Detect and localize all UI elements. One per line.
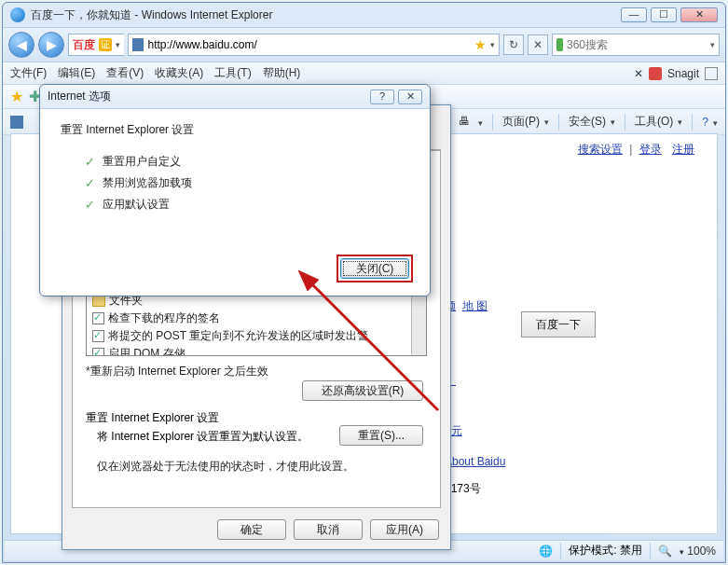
close-toolbar-icon[interactable]: ✕ xyxy=(634,67,643,80)
check-icon: ✓ xyxy=(85,176,95,190)
snagit-extra-icon[interactable] xyxy=(705,67,718,80)
reset-ie-dialog: Internet 选项 ? ✕ 重置 Internet Explorer 设置 … xyxy=(39,84,431,296)
link-map[interactable]: 地 图 xyxy=(462,299,488,312)
opt-post: 将提交的 POST 重定向到不允许发送的区域时发出警 xyxy=(108,328,368,344)
refresh-button[interactable]: ↻ xyxy=(503,34,524,55)
forward-button[interactable]: ▶ xyxy=(38,32,64,58)
reset-hint: 仅在浏览器处于无法使用的状态时，才使用此设置。 xyxy=(97,459,354,475)
reset-item-3: ✓应用默认设置 xyxy=(61,194,409,215)
tab-icon xyxy=(10,116,23,129)
menu-tools[interactable]: 工具(T) xyxy=(214,65,251,81)
reset-dialog-title: Internet 选项 xyxy=(48,89,366,104)
checkbox-signature[interactable] xyxy=(92,312,104,324)
baidu-label: 百度 xyxy=(73,37,95,53)
restore-advanced-button[interactable]: 还原高级设置(R) xyxy=(302,380,423,401)
baidu-segment[interactable]: 百度 证 ▾ xyxy=(68,34,124,56)
apply-button[interactable]: 应用(A) xyxy=(370,519,439,540)
maximize-button[interactable]: ☐ xyxy=(651,7,677,22)
link-register[interactable]: 注册 xyxy=(672,143,694,156)
titlebar: 百度一下，你就知道 - Windows Internet Explorer — … xyxy=(3,3,725,27)
back-button[interactable]: ◀ xyxy=(8,32,34,58)
link-search-settings[interactable]: 搜索设置 xyxy=(578,143,623,156)
zoom-level[interactable]: ▾ 100% xyxy=(680,544,716,558)
tools-menu[interactable]: 工具(O) xyxy=(635,114,682,130)
internet-zone-icon: 🌐 xyxy=(539,544,553,558)
close-button-highlight: 关闭(C) xyxy=(337,255,413,282)
checkbox-post-redirect[interactable] xyxy=(92,330,104,342)
cancel-button[interactable]: 取消 xyxy=(294,519,363,540)
baidu-top-links: 搜索设置 | 登录 注册 xyxy=(574,142,698,158)
check-icon: ✓ xyxy=(85,198,95,212)
opt-dom: 启用 DOM 存储 xyxy=(108,346,185,356)
reset-dialog-header: Internet 选项 ? ✕ xyxy=(40,85,430,109)
checkbox-dom-storage[interactable] xyxy=(92,348,104,356)
site-icon xyxy=(132,38,144,51)
print-icon: 🖶 xyxy=(459,115,474,130)
menu-view[interactable]: 查看(V) xyxy=(106,65,144,81)
opt-signature: 检查下载的程序的签名 xyxy=(108,310,220,326)
safety-menu[interactable]: 安全(S) xyxy=(569,114,615,130)
protected-mode-label: 保护模式: 禁用 xyxy=(569,543,642,558)
dialog-close-button[interactable]: ✕ xyxy=(398,90,422,104)
favorites-star-icon[interactable]: ★ xyxy=(10,88,23,105)
watermark xyxy=(609,498,721,537)
menu-file[interactable]: 文件(F) xyxy=(10,65,47,81)
window-title: 百度一下，你就知道 - Windows Internet Explorer xyxy=(31,7,621,23)
ie-icon xyxy=(10,7,25,22)
baidu-search-button[interactable]: 百度一下 xyxy=(521,311,596,338)
close-button[interactable]: ✕ xyxy=(680,7,718,22)
cert-badge: 证 xyxy=(99,38,112,51)
reset-button[interactable]: 重置(S)... xyxy=(339,425,423,446)
link-about-baidu[interactable]: About Baidu xyxy=(445,455,505,468)
menu-favorites[interactable]: 收藏夹(A) xyxy=(155,65,203,81)
help-cmd-button[interactable]: ? xyxy=(702,116,718,129)
menu-bar: 文件(F) 编辑(E) 查看(V) 收藏夹(A) 工具(T) 帮助(H) ✕ S… xyxy=(3,62,725,85)
restart-note: *重新启动 Internet Explorer 之后生效 xyxy=(86,364,268,379)
snagit-icon xyxy=(649,67,662,80)
menu-edit[interactable]: 编辑(E) xyxy=(58,65,95,81)
zoom-icon[interactable]: 🔍 xyxy=(658,544,672,558)
favorite-star-icon[interactable]: ★ xyxy=(474,37,487,52)
reset-group-text: 将 Internet Explorer 设置重置为默认设置。 xyxy=(97,429,309,445)
close-dialog-button[interactable]: 关闭(C) xyxy=(340,258,409,279)
navigation-bar: ◀ ▶ 百度 证 ▾ ★ ▾ ↻ ✕ ▾ xyxy=(3,27,725,62)
stop-button[interactable]: ✕ xyxy=(528,34,548,55)
print-button[interactable]: 🖶 xyxy=(459,115,483,130)
folder-icon xyxy=(92,296,105,307)
reset-group-title: 重置 Internet Explorer 设置 xyxy=(86,410,219,426)
search-box[interactable]: ▾ xyxy=(552,34,720,56)
ok-button[interactable]: 确定 xyxy=(217,519,286,540)
reset-dialog-lead: 重置 Internet Explorer 设置 xyxy=(61,122,409,138)
reset-item-2: ✓禁用浏览器加载项 xyxy=(61,172,409,194)
menu-help[interactable]: 帮助(H) xyxy=(263,65,301,81)
link-login[interactable]: 登录 xyxy=(639,143,662,156)
url-input[interactable] xyxy=(147,38,471,51)
page-menu[interactable]: 页面(P) xyxy=(502,114,549,130)
help-icon: ? xyxy=(702,116,708,129)
reset-item-1: ✓重置用户自定义 xyxy=(61,151,409,172)
minimize-button[interactable]: — xyxy=(621,7,647,22)
address-bar[interactable]: ★ ▾ xyxy=(128,34,500,56)
snagit-label[interactable]: Snagit xyxy=(667,67,699,80)
search-input[interactable] xyxy=(567,38,707,51)
search-provider-icon xyxy=(556,38,563,51)
dialog-help-button[interactable]: ? xyxy=(370,90,394,104)
check-icon: ✓ xyxy=(85,155,95,169)
